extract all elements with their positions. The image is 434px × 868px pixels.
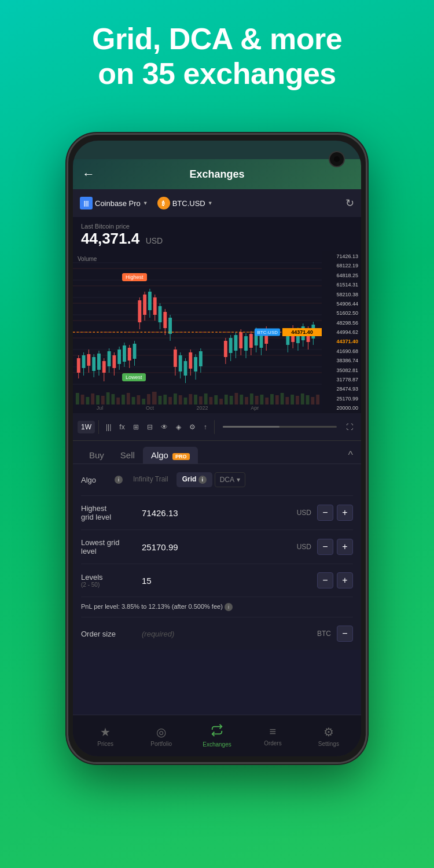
svg-rect-70 [92,357,95,371]
svg-rect-34 [174,393,177,404]
nav-item-settings[interactable]: ⚙ Settings [301,725,356,747]
svg-rect-25 [127,393,130,404]
svg-rect-24 [122,395,125,404]
chart-toolbar: 1W ||| fx ⊞ ⊟ 👁 ◈ ⚙ ↑ ⛶ [73,413,361,441]
status-bar [73,141,361,159]
settings-icon: ⚙ [323,725,334,739]
svg-rect-38 [194,395,197,404]
order-size-currency: BTC [317,630,331,638]
header-line2: on 35 exchanges [23,57,411,91]
svg-rect-16 [81,395,84,404]
price-tick-16: 20000.00 [323,405,360,411]
svg-rect-90 [143,295,146,315]
tab-algo[interactable]: Algo PRO [143,447,198,464]
svg-rect-30 [152,392,157,404]
algo-info-icon[interactable]: i [115,476,123,484]
page-header: Grid, DCA & more on 35 exchanges [0,0,434,103]
back-button[interactable]: ← [82,167,95,182]
svg-rect-96 [159,306,162,322]
pair-dropdown-arrow: ▼ [208,200,213,206]
exchange-name: Coinbase Pro [95,199,141,208]
svg-rect-61 [311,397,314,404]
levels-minus[interactable]: − [317,572,333,589]
price-row: 44,371.4 USD [81,230,353,248]
levels-plus[interactable]: + [337,572,353,589]
prices-icon: ★ [100,725,111,739]
svg-rect-20 [101,396,105,404]
refresh-button[interactable]: ↻ [345,197,354,209]
lowest-grid-input[interactable] [142,542,295,552]
lowest-grid-minus[interactable]: − [317,539,333,555]
nav-item-orders[interactable]: ≡ Orders [245,725,300,746]
nav-item-prices[interactable]: ★ Prices [78,725,133,747]
svg-rect-72 [97,354,101,370]
svg-rect-62 [316,395,319,404]
svg-rect-118 [234,335,238,351]
price-tick-15: 25170.99 [323,396,360,402]
svg-rect-68 [87,354,90,366]
chart-main[interactable]: Volume Highest Lowest BTC-USD 44371.40 J… [73,251,322,413]
phone-screen: ← Exchanges ||| Coinbase Pro ▼ ₿ BTC.USD… [73,141,361,756]
highest-grid-input-group: USD [142,508,311,518]
svg-rect-54 [275,395,279,404]
exchange-selector[interactable]: ||| Coinbase Pro ▼ [80,197,148,209]
exchange-dropdown-arrow: ▼ [143,200,148,206]
svg-rect-44 [225,395,228,404]
timeframe-button[interactable]: 1W [78,421,95,433]
zoom-slider[interactable] [223,426,337,428]
screenshot-button[interactable]: ⊟ [144,421,156,433]
algo-option-infinity[interactable]: Infinity Trail [127,472,174,487]
nav-item-portfolio[interactable]: ◎ Portfolio [133,725,189,747]
layers-button[interactable]: ◈ [172,421,185,433]
portfolio-label: Portfolio [150,741,172,747]
svg-rect-35 [179,395,182,404]
fullscreen-button[interactable]: ⛶ [343,421,356,433]
lowest-grid-row: Lowest gridlevel USD − + [81,530,353,564]
toolbar-divider-2 [214,420,215,434]
algo-option-dca[interactable]: DCA ▾ [215,472,245,487]
algo-options: Infinity Trail Grid i DCA ▾ [127,472,353,487]
order-size-placeholder: (required) [142,630,174,638]
svg-rect-100 [168,318,172,334]
price-currency: USD [146,236,163,245]
svg-rect-124 [249,334,253,348]
highest-grid-plus[interactable]: + [337,505,353,521]
pnl-info-icon[interactable]: i [225,603,233,611]
highest-grid-row: Highestgrid level USD − + [81,496,353,530]
prices-label: Prices [97,741,113,747]
grid-info-icon[interactable]: i [198,476,207,484]
fx-button[interactable]: fx [116,421,128,433]
tab-sell[interactable]: Sell [112,447,143,464]
price-tick-3: 61514.31 [323,282,360,288]
price-tick-1: 68122.19 [323,263,360,269]
pair-selector[interactable]: ₿ BTC.USD ▼ [157,197,213,209]
svg-rect-86 [133,344,137,359]
tabs-collapse-button[interactable]: ^ [348,449,353,461]
lowest-grid-plus[interactable]: + [337,539,353,555]
algo-selector-row: Algo i Infinity Trail Grid i DCA ▾ [81,464,353,496]
highest-grid-minus[interactable]: − [317,505,333,521]
nav-item-exchanges[interactable]: Exchanges [189,724,245,748]
form-section: Algo i Infinity Trail Grid i DCA ▾ [73,464,361,650]
price-tick-12: 35082.81 [323,367,360,373]
share-button[interactable]: ↑ [200,421,211,433]
highest-grid-input[interactable] [142,508,295,518]
add-chart-button[interactable]: ⊞ [130,421,142,433]
order-size-minus[interactable]: − [337,626,353,642]
algo-option-grid[interactable]: Grid i [176,472,212,487]
tab-buy[interactable]: Buy [81,447,112,464]
svg-rect-29 [147,394,150,404]
svg-rect-33 [168,397,172,404]
highest-grid-stepper: − + [317,505,353,521]
levels-stepper: − + [317,572,353,589]
current-price-tag: 44371.40 [282,328,322,336]
levels-input[interactable] [142,576,311,586]
order-size-label: Order size [81,630,136,638]
indicators-button[interactable]: ||| [102,421,115,433]
eye-button[interactable]: 👁 [157,421,171,433]
price-tick-4: 58210.38 [323,292,360,297]
svg-rect-32 [163,395,167,404]
svg-rect-19 [96,395,100,404]
exchanges-icon [211,724,223,740]
settings-chart-button[interactable]: ⚙ [186,421,199,433]
